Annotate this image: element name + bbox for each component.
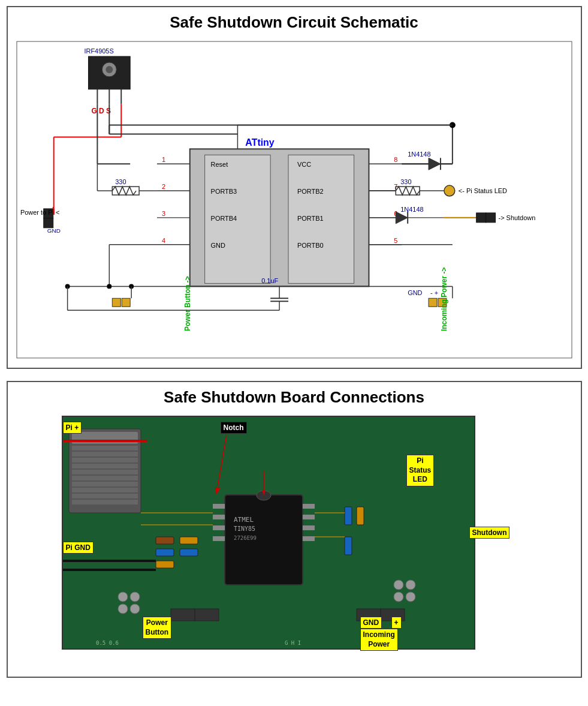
svg-point-143 <box>118 604 128 614</box>
svg-text:1: 1 <box>161 156 165 163</box>
notch-label: Notch <box>221 422 247 434</box>
svg-text:4: 4 <box>161 237 165 244</box>
svg-text:0.1uF: 0.1uF <box>261 277 278 284</box>
svg-text:VCC: VCC <box>297 161 310 168</box>
svg-rect-56 <box>396 187 420 195</box>
svg-point-142 <box>118 592 128 602</box>
svg-rect-136 <box>156 549 174 556</box>
svg-rect-93 <box>438 298 446 307</box>
svg-text:<- Pi Status LED: <- Pi Status LED <box>458 187 506 194</box>
svg-rect-125 <box>213 536 225 541</box>
schematic-svg: G D S IRF4905S <box>14 38 575 362</box>
gnd-incoming-label: GND <box>360 617 382 629</box>
svg-text:PORTB0: PORTB0 <box>297 242 323 249</box>
svg-point-3 <box>105 66 113 73</box>
svg-rect-1 <box>88 56 130 89</box>
svg-point-146 <box>394 580 403 590</box>
svg-text:5: 5 <box>394 237 397 244</box>
svg-rect-151 <box>195 609 219 621</box>
plus-label: + <box>391 617 402 629</box>
svg-rect-129 <box>303 536 315 541</box>
svg-rect-0 <box>16 41 571 358</box>
svg-text:PORTB4: PORTB4 <box>210 215 237 222</box>
svg-rect-124 <box>213 525 225 530</box>
svg-text:7: 7 <box>394 183 397 190</box>
svg-text:3: 3 <box>161 210 165 217</box>
svg-marker-50 <box>429 158 441 170</box>
svg-text:-> Shutdown: -> Shutdown <box>498 214 535 221</box>
svg-rect-135 <box>180 537 198 544</box>
svg-point-145 <box>130 604 140 614</box>
svg-rect-113 <box>72 458 138 462</box>
schematic-title: Safe Shutdown Circuit Schematic <box>14 13 575 32</box>
svg-rect-92 <box>429 298 437 307</box>
svg-rect-111 <box>72 446 138 450</box>
svg-rect-22 <box>288 155 354 283</box>
svg-text:- +: - + <box>430 289 438 296</box>
pi-gnd-label: Pi GND <box>63 542 94 554</box>
svg-text:PORTB2: PORTB2 <box>297 188 323 195</box>
svg-rect-126 <box>303 504 315 509</box>
schematic-area: G D S IRF4905S <box>14 38 575 362</box>
pi-status-led-label: PiStatusLED <box>406 455 435 486</box>
svg-text:Reset: Reset <box>210 161 228 168</box>
svg-rect-118 <box>72 488 138 492</box>
svg-text:G D S: G D S <box>91 107 111 115</box>
board-title: Safe Shutdown Board Connections <box>14 388 575 407</box>
svg-text:330: 330 <box>400 178 411 185</box>
svg-text:PORTB3: PORTB3 <box>210 188 237 195</box>
svg-text:2: 2 <box>161 183 165 190</box>
svg-rect-138 <box>156 561 174 568</box>
svg-text:Power to Pi <: Power to Pi < <box>20 209 59 216</box>
svg-rect-122 <box>213 504 225 509</box>
svg-point-89 <box>129 284 134 289</box>
svg-rect-115 <box>72 470 138 474</box>
svg-rect-68 <box>476 213 486 223</box>
svg-text:2726E99: 2726E99 <box>234 535 257 541</box>
svg-rect-119 <box>72 494 138 498</box>
svg-rect-134 <box>156 537 174 544</box>
svg-text:Power Button ->: Power Button -> <box>183 276 191 331</box>
svg-rect-72 <box>112 187 139 195</box>
svg-text:ATMEL: ATMEL <box>234 516 254 524</box>
svg-text:GND: GND <box>408 289 422 296</box>
svg-rect-137 <box>180 549 198 556</box>
pi-plus-label: Pi + <box>63 422 82 434</box>
svg-rect-81 <box>43 209 53 218</box>
svg-rect-112 <box>72 452 138 456</box>
svg-rect-128 <box>303 525 315 530</box>
svg-rect-87 <box>112 298 120 307</box>
svg-text:1N4148: 1N4148 <box>400 206 423 213</box>
board-photo-svg: ATMEL TINY85 2726E99 <box>63 417 475 650</box>
svg-point-149 <box>406 592 415 602</box>
svg-rect-120 <box>72 500 138 504</box>
svg-point-2 <box>102 62 116 77</box>
incoming-power-label: IncomingPower <box>360 629 398 651</box>
svg-text:G  H  I: G H I <box>285 640 301 646</box>
svg-text:IRF4905S: IRF4905S <box>84 47 113 55</box>
svg-rect-150 <box>171 609 195 621</box>
board-area: ATMEL TINY85 2726E99 <box>14 413 575 671</box>
svg-rect-140 <box>357 507 364 525</box>
svg-rect-21 <box>204 155 270 283</box>
svg-text:TINY85: TINY85 <box>234 525 255 532</box>
svg-point-148 <box>394 592 403 602</box>
svg-text:1N4148: 1N4148 <box>408 151 430 158</box>
svg-point-80 <box>65 284 70 289</box>
svg-rect-20 <box>189 149 369 286</box>
svg-text:GND: GND <box>47 227 60 234</box>
board-photo: ATMEL TINY85 2726E99 <box>62 416 475 650</box>
svg-text:6: 6 <box>394 210 397 217</box>
svg-text:330: 330 <box>115 178 126 185</box>
svg-point-130 <box>257 491 271 500</box>
svg-text:ATtiny: ATtiny <box>245 137 274 148</box>
svg-point-79 <box>107 284 111 289</box>
svg-rect-82 <box>43 218 53 228</box>
power-button-label: PowerButton <box>143 617 172 639</box>
svg-text:0.5 0.6: 0.5 0.6 <box>96 640 119 646</box>
svg-rect-141 <box>345 537 352 555</box>
svg-point-144 <box>130 592 140 602</box>
svg-rect-114 <box>72 464 138 468</box>
svg-rect-116 <box>72 476 138 480</box>
schematic-diagram: Safe Shutdown Circuit Schematic G D S IR… <box>7 6 582 369</box>
